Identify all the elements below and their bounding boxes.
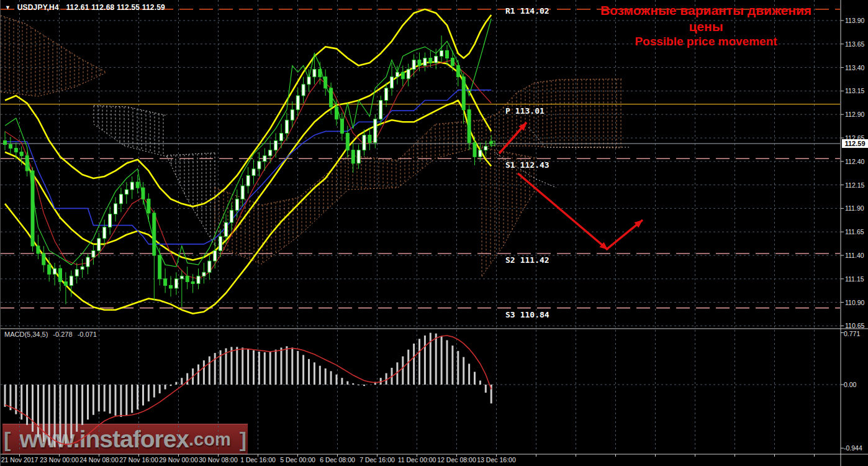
svg-text:113.40: 113.40 [845, 64, 864, 71]
pivot-label-s1: S1112.43 [505, 160, 554, 170]
svg-text:113.15: 113.15 [845, 87, 864, 94]
svg-text:0.771: 0.771 [844, 330, 860, 337]
svg-text:112.15: 112.15 [845, 181, 864, 189]
svg-text:27 Nov 16:00: 27 Nov 16:00 [119, 456, 158, 464]
annotation-ru: Возможные варианты движения цены [582, 2, 830, 34]
pivot-label-r1: R1114.02 [505, 6, 554, 16]
svg-text:-0.944: -0.944 [844, 444, 862, 452]
macd-name: MACD(5,34,5) [4, 331, 48, 338]
chart-canvas[interactable]: 113.90113.65113.40113.15112.90112.65112.… [1, 0, 868, 466]
svg-text:0.00: 0.00 [844, 381, 857, 388]
pivot-label-s2: S2111.42 [505, 255, 554, 265]
symbol-label: USDJPY,H4 [17, 3, 59, 12]
svg-text:24 Nov 08:00: 24 Nov 08:00 [79, 456, 119, 464]
pivot-label-s3: S3110.84 [505, 310, 554, 319]
svg-text:13 Dec 16:00: 13 Dec 16:00 [477, 456, 516, 464]
current-price-box: 112.59 [842, 139, 868, 148]
symbol-bar: ▼ USDJPY,H4 112.61 112.68 112.55 112.59 [5, 3, 165, 12]
svg-text:110.90: 110.90 [845, 299, 864, 306]
macd-indicator-label: MACD(5,34,5) -0.278 -0.071 [4, 331, 100, 338]
svg-text:6 Dec 08:00: 6 Dec 08:00 [320, 456, 355, 464]
svg-text:23 Nov 00:00: 23 Nov 00:00 [40, 456, 79, 464]
svg-text:5 Dec 00:00: 5 Dec 00:00 [280, 456, 315, 464]
mt4-chart-window: [ www.instaforex .com ] 113.90113.65113.… [0, 0, 868, 466]
macd-value-signal: -0.071 [78, 331, 97, 338]
svg-text:111.15: 111.15 [845, 275, 864, 283]
svg-text:12 Dec 08:00: 12 Dec 08:00 [437, 456, 476, 464]
svg-text:113.65: 113.65 [845, 40, 864, 48]
annotation-en: Possible price movement [582, 34, 830, 48]
svg-text:113.90: 113.90 [845, 17, 864, 24]
svg-text:111.65: 111.65 [845, 228, 864, 235]
macd-value-main: -0.278 [53, 331, 72, 338]
svg-text:1 Dec 16:00: 1 Dec 16:00 [240, 456, 276, 464]
svg-text:21 Nov 2017: 21 Nov 2017 [1, 456, 38, 464]
svg-text:30 Nov 08:00: 30 Nov 08:00 [199, 456, 238, 464]
svg-text:29 Nov 00:00: 29 Nov 00:00 [159, 456, 198, 464]
svg-text:111.90: 111.90 [845, 204, 864, 212]
annotation-block: Возможные варианты движения цены Possibl… [582, 2, 830, 48]
svg-text:111.40: 111.40 [845, 252, 864, 259]
svg-text:112.90: 112.90 [845, 111, 864, 118]
svg-text:7 Dec 16:00: 7 Dec 16:00 [359, 456, 395, 464]
ohlc-values: 112.61 112.68 112.55 112.59 [66, 3, 165, 12]
pivot-label-p: P113.01 [505, 106, 549, 116]
svg-text:112.40: 112.40 [845, 158, 864, 165]
chart-dropdown-icon[interactable]: ▼ [5, 4, 11, 11]
svg-text:11 Dec 00:00: 11 Dec 00:00 [398, 456, 436, 464]
